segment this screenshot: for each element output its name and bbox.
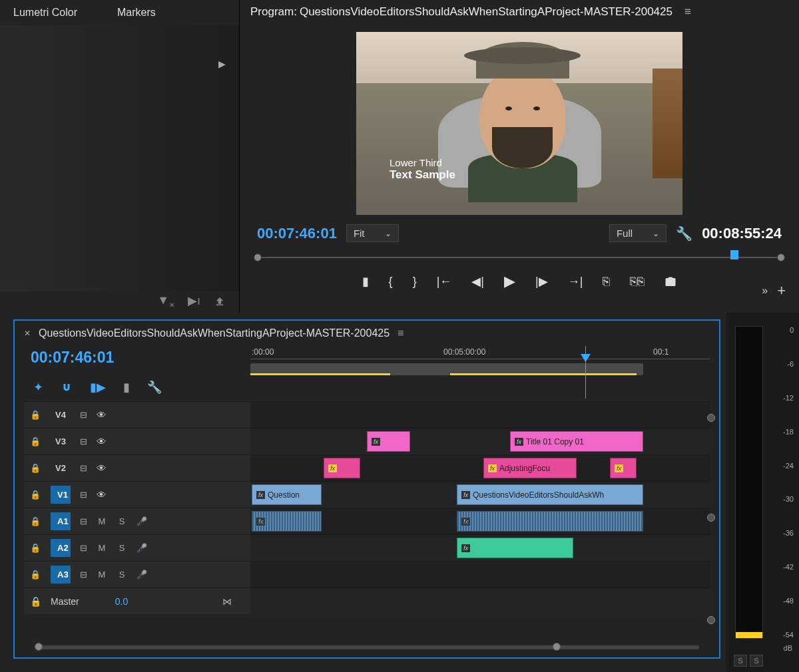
sync-lock-icon[interactable]: ⊟ [80,436,87,446]
eye-icon[interactable]: 👁 [97,436,107,447]
more-controls-icon[interactable]: » [762,285,768,297]
lane-v1[interactable]: fxQuestion fxQuestionsVideoEditorsShould… [250,481,710,508]
lane-v3[interactable]: fx fxTitle 01 Copy 01 [250,428,710,454]
bracket-out-icon[interactable]: } [413,275,417,289]
step-back-icon[interactable]: ◀| [471,274,484,289]
clip-a2-1[interactable]: fx [457,538,573,558]
clip-a1-2[interactable]: fx [457,511,643,532]
sync-lock-icon[interactable]: ⊟ [80,570,87,580]
sync-lock-icon[interactable]: ⊟ [80,410,87,420]
lock-icon[interactable]: 🔒 [29,490,41,500]
lock-icon[interactable]: 🔒 [29,410,41,420]
timeline-current-time[interactable]: 00:07:46:01 [24,346,250,376]
lane-a3[interactable] [250,561,710,588]
linked-selection-icon[interactable]: ▮▶ [90,380,106,395]
track-a3-label[interactable]: A3 [51,566,71,584]
mic-icon[interactable]: 🎤 [136,570,147,580]
clip-v2-3[interactable]: fx [610,458,637,478]
program-scrub-bar[interactable] [257,257,782,258]
new-bin-icon[interactable]: ▶ı [188,293,200,309]
solo-button[interactable]: S [117,543,127,553]
horizontal-scrollbar[interactable] [35,645,699,652]
go-to-in-icon[interactable]: |← [437,275,452,289]
play-arrow-icon[interactable]: ▶ [218,59,226,69]
clip-v2-adjust[interactable]: fxAdjustingFocu [483,458,577,478]
filter-icon[interactable]: ▼✕ [157,293,174,309]
vertical-scrollbar[interactable] [707,414,716,624]
timeline-playhead[interactable] [585,346,586,399]
scrub-playhead[interactable] [730,250,738,259]
clip-v3-1[interactable]: fx [367,431,410,452]
lock-icon[interactable]: 🔒 [29,570,41,580]
track-v2-label[interactable]: V2 [51,463,71,473]
solo-button[interactable]: S [117,516,127,526]
resolution-dropdown[interactable]: Full [609,224,666,242]
mute-button[interactable]: M [97,570,107,580]
mute-button[interactable]: M [97,516,107,526]
eye-icon[interactable]: 👁 [97,462,107,474]
eye-icon[interactable]: 👁 [97,409,107,420]
lock-icon[interactable]: 🔒 [29,596,41,607]
lane-a1[interactable]: fx fx [250,508,710,534]
program-menu-icon[interactable]: ≡ [684,5,691,19]
timeline-menu-icon[interactable]: ≡ [398,327,403,339]
marker-tool-icon[interactable]: ▮ [123,380,130,395]
track-a1-label[interactable]: A1 [51,512,71,530]
scroll-knob-right[interactable] [553,643,561,651]
mic-icon[interactable]: 🎤 [136,543,147,553]
sync-lock-icon[interactable]: ⊟ [80,490,87,500]
mic-icon[interactable]: 🎤 [136,516,147,526]
extract-icon[interactable]: ⎘⎘ [630,275,645,289]
eye-icon[interactable]: 👁 [97,489,107,500]
snap-icon[interactable] [61,381,73,395]
mark-in-icon[interactable]: ▮ [362,274,369,289]
track-v4-label[interactable]: V4 [51,410,71,420]
timeline-work-area[interactable] [250,363,643,375]
sync-lock-icon[interactable]: ⊟ [80,516,87,526]
lane-a2[interactable]: fx [250,534,710,561]
lock-icon[interactable]: 🔒 [29,436,41,446]
program-preview[interactable]: Lower Third Text Sample [356,32,682,215]
program-current-time[interactable]: 00:07:46:01 [257,225,337,242]
clip-v1-question[interactable]: fxQuestion [252,484,322,505]
step-forward-icon[interactable]: |▶ [535,274,548,289]
link-icon[interactable]: ⋈ [222,596,232,607]
sync-lock-icon[interactable]: ⊟ [80,463,87,473]
lane-master[interactable] [250,588,710,614]
timeline-ruler[interactable]: :00:00 00:05:00:00 00:1 [250,346,710,359]
track-a2-label[interactable]: A2 [51,539,71,557]
sync-lock-icon[interactable]: ⊟ [80,543,87,553]
go-to-out-icon[interactable]: →| [568,275,583,289]
lift-icon[interactable]: ⎘ [603,275,610,289]
meter-solo-right[interactable]: S [750,655,763,667]
clip-v1-main[interactable]: fxQuestionsVideoEditorsShouldAskWh [457,484,643,505]
export-icon[interactable] [214,293,226,309]
track-v3-label[interactable]: V3 [51,436,71,446]
clip-v2-1[interactable]: fx [324,458,360,478]
bracket-in-icon[interactable]: { [389,275,393,289]
solo-button[interactable]: S [117,570,127,580]
track-lanes[interactable]: fx fxTitle 01 Copy 01 fx fxAdjustingFocu… [250,401,710,614]
play-icon[interactable]: ▶ [504,273,515,290]
lane-v2[interactable]: fx fxAdjustingFocu fx [250,454,710,481]
settings-wrench-icon[interactable]: 🔧 [676,226,692,242]
lock-icon[interactable]: 🔒 [29,463,41,473]
lock-icon[interactable]: 🔒 [29,543,41,553]
add-button-icon[interactable]: + [777,282,786,299]
timeline-close-icon[interactable]: ✕ [24,329,31,338]
meter-solo-left[interactable]: S [734,655,747,667]
scroll-knob-left[interactable] [35,643,43,651]
insert-replace-icon[interactable]: ✦ [33,380,43,395]
scrub-out-handle[interactable] [777,253,785,261]
clip-v3-title[interactable]: fxTitle 01 Copy 01 [510,431,643,452]
clip-a1-1[interactable]: fx [252,511,322,532]
tab-lumetri-color[interactable]: Lumetri Color [13,7,77,19]
tab-markers[interactable]: Markers [117,7,156,19]
master-volume[interactable]: 0.0 [115,596,128,607]
zoom-dropdown[interactable]: Fit [346,224,399,242]
export-frame-icon[interactable] [665,275,676,289]
track-v1-label[interactable]: V1 [51,486,71,504]
lane-v4[interactable] [250,401,710,428]
lock-icon[interactable]: 🔒 [29,516,41,526]
mute-button[interactable]: M [97,543,107,553]
